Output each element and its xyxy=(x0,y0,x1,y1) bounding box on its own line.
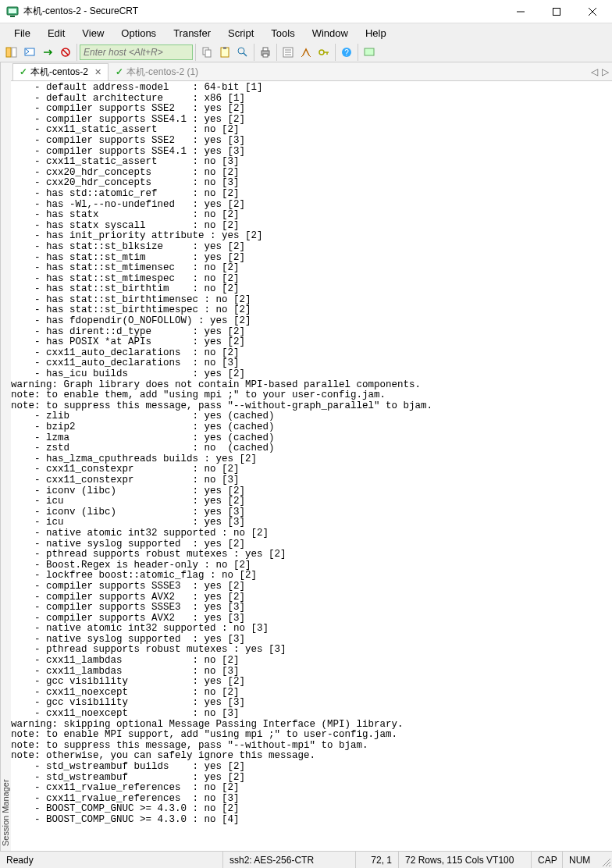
svg-line-11 xyxy=(63,50,68,55)
terminal-line: - gcc visibility : yes [3] xyxy=(11,698,612,709)
tab-active[interactable]: ✓ 本机-centos-2 ✕ xyxy=(12,63,109,80)
window-title: 本机-centos-2 - SecureCRT xyxy=(23,5,138,18)
terminal-line: warning: Graph library does not contain … xyxy=(11,380,612,391)
terminal-line: - has stat::st_mtim : yes [2] xyxy=(11,253,612,264)
terminal-line: - pthread supports robust mutexes : yes … xyxy=(11,550,612,560)
app-icon xyxy=(6,5,19,18)
minimize-button[interactable] xyxy=(503,0,539,23)
terminal-line: - compiler supports AVX2 : yes [2] xyxy=(11,592,612,603)
tab-prev-icon[interactable]: ◁ xyxy=(589,66,600,77)
svg-text:?: ? xyxy=(344,48,349,57)
terminal-line: note: otherwise, you can safely ignore t… xyxy=(11,751,612,762)
terminal-line: - has POSIX *at APIs : yes [2] xyxy=(11,337,612,348)
svg-rect-1 xyxy=(9,9,16,13)
terminal-line: - zlib : yes (cached) xyxy=(11,411,612,422)
menu-file[interactable]: File xyxy=(6,25,38,41)
help-icon[interactable]: ? xyxy=(338,44,355,61)
close-tab-icon[interactable]: ✕ xyxy=(94,67,101,77)
terminal-line: - compiler supports AVX2 : yes [3] xyxy=(11,614,612,624)
terminal-line: - has stat::st_mtimensec : no [2] xyxy=(11,263,612,274)
terminal-line: - has init_priority attribute : yes [2] xyxy=(11,231,612,242)
menu-help[interactable]: Help xyxy=(358,25,394,41)
statusbar: Ready ssh2: AES-256-CTR 72, 1 72 Rows, 1… xyxy=(0,851,612,868)
tab-inactive[interactable]: ✓ 本机-centos-2 (1) xyxy=(109,63,205,80)
menu-tools[interactable]: Tools xyxy=(263,25,302,41)
menu-window[interactable]: Window xyxy=(304,25,356,41)
menu-edit[interactable]: Edit xyxy=(40,25,73,41)
close-button[interactable] xyxy=(575,0,610,23)
terminal-line: - has stat::st_birthtimensec : no [2] xyxy=(11,295,612,306)
terminal-line: - cxx11_static_assert : no [2] xyxy=(11,125,612,136)
svg-line-17 xyxy=(244,53,247,56)
status-num: NUM xyxy=(563,852,598,868)
terminal-line: - cxx11_auto_declarations : no [2] xyxy=(11,348,612,359)
tab-next-icon[interactable]: ▷ xyxy=(600,66,610,77)
svg-rect-15 xyxy=(223,47,226,49)
svg-rect-2 xyxy=(10,16,15,17)
host-input[interactable] xyxy=(80,44,193,60)
copy-icon[interactable] xyxy=(198,44,215,61)
terminal-line: - std_wstreambuf builds : yes [2] xyxy=(11,762,612,773)
terminal-line: - pthread supports robust mutexes : yes … xyxy=(11,645,612,656)
menu-options[interactable]: Options xyxy=(113,25,164,41)
svg-line-25 xyxy=(301,55,303,57)
titlebar: 本机-centos-2 - SecureCRT xyxy=(0,0,612,23)
maximize-button[interactable] xyxy=(539,0,575,23)
menubar: File Edit View Options Transfer Script T… xyxy=(0,23,612,42)
resize-grip-icon[interactable] xyxy=(601,857,610,866)
tab-label: 本机-centos-2 xyxy=(30,66,88,79)
terminal-line: - lockfree boost::atomic_flag : no [2] xyxy=(11,571,612,582)
terminal-line: - compiler supports SSE4.1 : yes [2] xyxy=(11,115,612,126)
terminal-line: - compiler supports SSE2 : yes [2] xyxy=(11,104,612,115)
terminal-line: - cxx11_constexpr : no [3] xyxy=(11,475,612,486)
quick-connect-icon[interactable] xyxy=(21,44,38,61)
terminal-line: - BOOST_COMP_GNUC >= 4.3.0 : no [4] xyxy=(11,815,612,826)
terminal-line: - has_icu builds : yes [2] xyxy=(11,369,612,380)
terminal-line: - default architecture : x86 [1] xyxy=(11,94,612,105)
terminal[interactable]: - default address-model : 64-bit [1] - d… xyxy=(11,81,612,851)
terminal-line: - has statx : no [2] xyxy=(11,210,612,221)
terminal-line: - iconv (libc) : yes [2] xyxy=(11,486,612,497)
terminal-line: - has std::atomic_ref : no [2] xyxy=(11,189,612,200)
terminal-line: - has dirent::d_type : yes [2] xyxy=(11,327,612,338)
check-icon: ✓ xyxy=(116,66,123,77)
properties-icon[interactable] xyxy=(279,44,297,61)
disconnect-icon[interactable] xyxy=(57,44,74,61)
session-manager-sidetab[interactable]: Session Manager xyxy=(0,62,11,851)
svg-line-35 xyxy=(609,865,610,866)
terminal-line: - std_wstreambuf : yes [2] xyxy=(11,773,612,784)
svg-rect-4 xyxy=(553,8,560,15)
svg-rect-19 xyxy=(263,48,268,51)
terminal-line: - cxx11_rvalue_references : no [3] xyxy=(11,794,612,805)
menu-view[interactable]: View xyxy=(74,25,112,41)
key-icon[interactable] xyxy=(315,44,333,61)
terminal-line: - compiler supports SSE4.1 : yes [3] xyxy=(11,147,612,158)
terminal-line: - cxx11_static_assert : no [3] xyxy=(11,157,612,168)
terminal-line: note: to suppress this message, pass "--… xyxy=(11,741,612,752)
terminal-line: - iconv (libc) : yes [3] xyxy=(11,507,612,518)
about-icon[interactable] xyxy=(361,44,378,61)
terminal-line: - has -Wl,--no-undefined : yes [2] xyxy=(11,200,612,211)
menu-transfer[interactable]: Transfer xyxy=(165,25,219,41)
terminal-line: - has stat::st_blksize : yes [2] xyxy=(11,242,612,253)
session-manager-icon[interactable] xyxy=(3,44,20,61)
svg-rect-7 xyxy=(6,48,11,57)
svg-rect-8 xyxy=(12,48,16,57)
status-size: 72 Rows, 115 Cols VT100 xyxy=(399,852,532,868)
settings-icon[interactable] xyxy=(297,44,315,61)
tab-label: 本机-centos-2 (1) xyxy=(126,66,198,79)
terminal-line: - cxx11_constexpr : no [2] xyxy=(11,464,612,475)
find-icon[interactable] xyxy=(234,44,251,61)
terminal-line: - cxx11_noexcept : no [3] xyxy=(11,709,612,720)
terminal-line: - icu : yes [2] xyxy=(11,496,612,507)
paste-icon[interactable] xyxy=(216,44,233,61)
status-cursor: 72, 1 xyxy=(356,852,399,868)
print-icon[interactable] xyxy=(257,44,274,61)
terminal-line: note: to suppress this message, pass "--… xyxy=(11,401,612,412)
terminal-line: - cxx11_lambdas : no [2] xyxy=(11,656,612,667)
connect-icon[interactable] xyxy=(39,44,56,61)
terminal-line: - cxx11_auto_declarations : no [3] xyxy=(11,358,612,369)
menu-script[interactable]: Script xyxy=(220,25,262,41)
terminal-line: - Boost.Regex is header-only : no [2] xyxy=(11,560,612,571)
terminal-line: warning: skipping optional Message Passi… xyxy=(11,720,612,731)
